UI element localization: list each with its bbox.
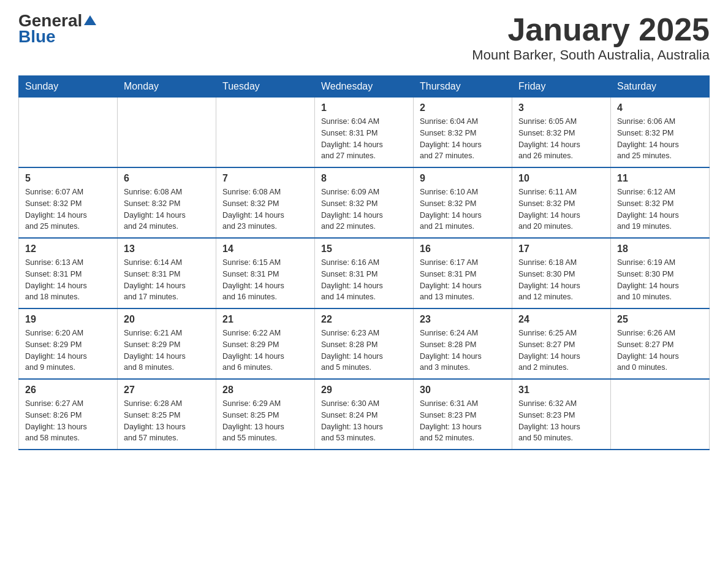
day-info: Sunrise: 6:24 AM Sunset: 8:28 PM Dayligh… xyxy=(420,327,506,373)
day-info: Sunrise: 6:20 AM Sunset: 8:29 PM Dayligh… xyxy=(25,327,111,373)
day-number: 6 xyxy=(124,173,210,184)
day-info: Sunrise: 6:11 AM Sunset: 8:32 PM Dayligh… xyxy=(518,186,604,232)
day-number: 26 xyxy=(25,385,111,396)
calendar-title: January 2025 xyxy=(472,12,710,47)
day-number: 12 xyxy=(25,243,111,255)
calendar-cell: 23Sunrise: 6:24 AM Sunset: 8:28 PM Dayli… xyxy=(414,308,512,379)
day-number: 10 xyxy=(518,173,604,184)
day-number: 13 xyxy=(124,243,210,255)
calendar-cell: 4Sunrise: 6:06 AM Sunset: 8:32 PM Daylig… xyxy=(611,98,710,168)
day-number: 30 xyxy=(420,385,506,396)
weekday-header-tuesday: Tuesday xyxy=(216,76,315,98)
day-info: Sunrise: 6:25 AM Sunset: 8:27 PM Dayligh… xyxy=(518,327,604,373)
day-info: Sunrise: 6:21 AM Sunset: 8:29 PM Dayligh… xyxy=(124,327,210,373)
calendar-cell: 2Sunrise: 6:04 AM Sunset: 8:32 PM Daylig… xyxy=(414,98,512,168)
calendar-cell xyxy=(611,379,710,450)
calendar-cell: 20Sunrise: 6:21 AM Sunset: 8:29 PM Dayli… xyxy=(118,308,216,379)
day-info: Sunrise: 6:27 AM Sunset: 8:26 PM Dayligh… xyxy=(25,398,111,444)
calendar-cell: 9Sunrise: 6:10 AM Sunset: 8:32 PM Daylig… xyxy=(414,167,512,238)
day-info: Sunrise: 6:16 AM Sunset: 8:31 PM Dayligh… xyxy=(321,257,407,303)
calendar-cell: 24Sunrise: 6:25 AM Sunset: 8:27 PM Dayli… xyxy=(512,308,611,379)
day-info: Sunrise: 6:30 AM Sunset: 8:24 PM Dayligh… xyxy=(321,398,407,444)
calendar-cell: 19Sunrise: 6:20 AM Sunset: 8:29 PM Dayli… xyxy=(19,308,118,379)
day-number: 25 xyxy=(617,314,703,325)
day-info: Sunrise: 6:18 AM Sunset: 8:30 PM Dayligh… xyxy=(518,257,604,303)
calendar-table: SundayMondayTuesdayWednesdayThursdayFrid… xyxy=(18,75,710,450)
day-info: Sunrise: 6:04 AM Sunset: 8:32 PM Dayligh… xyxy=(420,116,506,162)
day-info: Sunrise: 6:23 AM Sunset: 8:28 PM Dayligh… xyxy=(321,327,407,373)
calendar-cell: 10Sunrise: 6:11 AM Sunset: 8:32 PM Dayli… xyxy=(512,167,611,238)
day-number: 16 xyxy=(420,243,506,255)
day-info: Sunrise: 6:10 AM Sunset: 8:32 PM Dayligh… xyxy=(420,186,506,232)
calendar-cell: 16Sunrise: 6:17 AM Sunset: 8:31 PM Dayli… xyxy=(414,238,512,308)
day-info: Sunrise: 6:12 AM Sunset: 8:32 PM Dayligh… xyxy=(617,186,703,232)
calendar-cell: 27Sunrise: 6:28 AM Sunset: 8:25 PM Dayli… xyxy=(118,379,216,450)
day-info: Sunrise: 6:17 AM Sunset: 8:31 PM Dayligh… xyxy=(420,257,506,303)
weekday-header-monday: Monday xyxy=(118,76,216,98)
day-number: 8 xyxy=(321,173,407,184)
calendar-subtitle: Mount Barker, South Australia, Australia xyxy=(472,47,710,63)
logo-text-blue: Blue xyxy=(18,27,56,47)
calendar-week-row: 12Sunrise: 6:13 AM Sunset: 8:31 PM Dayli… xyxy=(19,238,710,308)
weekday-header-wednesday: Wednesday xyxy=(315,76,414,98)
day-number: 24 xyxy=(518,314,604,325)
calendar-cell: 21Sunrise: 6:22 AM Sunset: 8:29 PM Dayli… xyxy=(216,308,315,379)
calendar-cell: 25Sunrise: 6:26 AM Sunset: 8:27 PM Dayli… xyxy=(611,308,710,379)
calendar-week-row: 1Sunrise: 6:04 AM Sunset: 8:31 PM Daylig… xyxy=(19,98,710,168)
day-number: 11 xyxy=(617,173,703,184)
day-info: Sunrise: 6:19 AM Sunset: 8:30 PM Dayligh… xyxy=(617,257,703,303)
calendar-cell: 8Sunrise: 6:09 AM Sunset: 8:32 PM Daylig… xyxy=(315,167,414,238)
calendar-week-row: 5Sunrise: 6:07 AM Sunset: 8:32 PM Daylig… xyxy=(19,167,710,238)
day-info: Sunrise: 6:13 AM Sunset: 8:31 PM Dayligh… xyxy=(25,257,111,303)
day-info: Sunrise: 6:07 AM Sunset: 8:32 PM Dayligh… xyxy=(25,186,111,232)
calendar-cell: 13Sunrise: 6:14 AM Sunset: 8:31 PM Dayli… xyxy=(118,238,216,308)
day-info: Sunrise: 6:26 AM Sunset: 8:27 PM Dayligh… xyxy=(617,327,703,373)
calendar-cell: 28Sunrise: 6:29 AM Sunset: 8:25 PM Dayli… xyxy=(216,379,315,450)
calendar-cell: 29Sunrise: 6:30 AM Sunset: 8:24 PM Dayli… xyxy=(315,379,414,450)
calendar-cell: 7Sunrise: 6:08 AM Sunset: 8:32 PM Daylig… xyxy=(216,167,315,238)
calendar-cell: 1Sunrise: 6:04 AM Sunset: 8:31 PM Daylig… xyxy=(315,98,414,168)
day-info: Sunrise: 6:14 AM Sunset: 8:31 PM Dayligh… xyxy=(124,257,210,303)
page-header: General Blue January 2025 Mount Barker, … xyxy=(18,12,710,63)
calendar-cell: 30Sunrise: 6:31 AM Sunset: 8:23 PM Dayli… xyxy=(414,379,512,450)
day-number: 23 xyxy=(420,314,506,325)
day-number: 1 xyxy=(321,102,407,113)
day-info: Sunrise: 6:31 AM Sunset: 8:23 PM Dayligh… xyxy=(420,398,506,444)
day-number: 14 xyxy=(222,243,308,255)
day-number: 18 xyxy=(617,243,703,255)
calendar-cell: 15Sunrise: 6:16 AM Sunset: 8:31 PM Dayli… xyxy=(315,238,414,308)
calendar-week-row: 19Sunrise: 6:20 AM Sunset: 8:29 PM Dayli… xyxy=(19,308,710,379)
calendar-header-row: SundayMondayTuesdayWednesdayThursdayFrid… xyxy=(19,76,710,98)
day-info: Sunrise: 6:32 AM Sunset: 8:23 PM Dayligh… xyxy=(518,398,604,444)
calendar-cell: 17Sunrise: 6:18 AM Sunset: 8:30 PM Dayli… xyxy=(512,238,611,308)
weekday-header-saturday: Saturday xyxy=(611,76,710,98)
day-number: 19 xyxy=(25,314,111,325)
calendar-cell xyxy=(19,98,118,168)
logo: General Blue xyxy=(18,12,97,47)
calendar-cell: 22Sunrise: 6:23 AM Sunset: 8:28 PM Dayli… xyxy=(315,308,414,379)
calendar-cell: 31Sunrise: 6:32 AM Sunset: 8:23 PM Dayli… xyxy=(512,379,611,450)
day-number: 27 xyxy=(124,385,210,396)
day-info: Sunrise: 6:15 AM Sunset: 8:31 PM Dayligh… xyxy=(222,257,308,303)
day-number: 22 xyxy=(321,314,407,325)
day-number: 17 xyxy=(518,243,604,255)
weekday-header-sunday: Sunday xyxy=(19,76,118,98)
day-info: Sunrise: 6:28 AM Sunset: 8:25 PM Dayligh… xyxy=(124,398,210,444)
svg-marker-0 xyxy=(84,15,96,25)
day-number: 15 xyxy=(321,243,407,255)
day-number: 21 xyxy=(222,314,308,325)
day-info: Sunrise: 6:08 AM Sunset: 8:32 PM Dayligh… xyxy=(222,186,308,232)
day-number: 9 xyxy=(420,173,506,184)
calendar-cell: 3Sunrise: 6:05 AM Sunset: 8:32 PM Daylig… xyxy=(512,98,611,168)
calendar-cell xyxy=(118,98,216,168)
day-number: 29 xyxy=(321,385,407,396)
calendar-week-row: 26Sunrise: 6:27 AM Sunset: 8:26 PM Dayli… xyxy=(19,379,710,450)
day-info: Sunrise: 6:05 AM Sunset: 8:32 PM Dayligh… xyxy=(518,116,604,162)
logo-icon xyxy=(83,13,97,27)
calendar-cell xyxy=(216,98,315,168)
day-number: 4 xyxy=(617,102,703,113)
calendar-cell: 12Sunrise: 6:13 AM Sunset: 8:31 PM Dayli… xyxy=(19,238,118,308)
calendar-cell: 18Sunrise: 6:19 AM Sunset: 8:30 PM Dayli… xyxy=(611,238,710,308)
day-info: Sunrise: 6:06 AM Sunset: 8:32 PM Dayligh… xyxy=(617,116,703,162)
day-number: 20 xyxy=(124,314,210,325)
